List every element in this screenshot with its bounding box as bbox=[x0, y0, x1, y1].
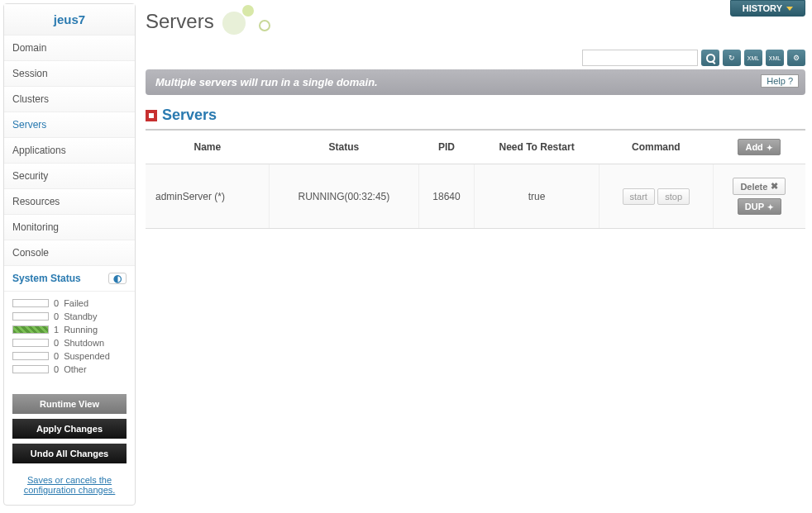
start-button[interactable]: start bbox=[623, 188, 655, 205]
status-standby: 0Standby bbox=[12, 310, 127, 323]
nav-item-domain[interactable]: Domain bbox=[4, 36, 135, 61]
download-icon: XML bbox=[769, 55, 781, 61]
plus-icon bbox=[767, 202, 774, 211]
col-pid: PID bbox=[418, 131, 475, 164]
status-suspended: 0Suspended bbox=[12, 349, 127, 363]
cell-restart: true bbox=[475, 164, 599, 229]
status-running: 1Running bbox=[12, 323, 127, 336]
nav-item-clusters[interactable]: Clusters bbox=[4, 87, 135, 112]
table-header-row: Name Status PID Need To Restart Command … bbox=[146, 131, 805, 164]
help-button[interactable]: Help ? bbox=[761, 74, 799, 88]
search-icon bbox=[706, 54, 715, 63]
system-status-label: System Status bbox=[12, 273, 81, 284]
runtime-view-button[interactable]: Runtime View bbox=[12, 394, 127, 414]
chevron-down-icon bbox=[786, 7, 793, 11]
status-list: 0Failed 0Standby 1Running 0Shutdown 0Sus… bbox=[4, 292, 135, 386]
system-status-header: System Status ◐ bbox=[4, 266, 135, 292]
table-row: adminServer (*) RUNNING(00:32:45) 18640 … bbox=[146, 164, 805, 229]
col-name: Name bbox=[146, 131, 270, 164]
sidebar-note-link[interactable]: Saves or cancels the configuration chang… bbox=[24, 475, 116, 495]
gauge-icon: ◐ bbox=[108, 273, 127, 284]
gear-icon: ⚙ bbox=[793, 54, 800, 62]
section-header: Servers bbox=[146, 107, 805, 131]
nav-item-servers[interactable]: Servers bbox=[4, 112, 135, 138]
status-failed: 0Failed bbox=[12, 297, 127, 310]
page-title: Servers bbox=[146, 10, 214, 33]
dup-button[interactable]: DUP bbox=[738, 198, 781, 215]
apply-changes-button[interactable]: Apply Changes bbox=[12, 419, 127, 439]
plus-icon bbox=[767, 142, 773, 152]
cell-command: start stop bbox=[599, 164, 713, 229]
info-bar-text: Multiple servers will run in a single do… bbox=[155, 76, 378, 88]
settings-button[interactable]: ⚙ bbox=[787, 50, 805, 66]
col-actions: Add bbox=[713, 131, 805, 164]
cell-name: adminServer (*) bbox=[146, 164, 270, 229]
status-other: 0Other bbox=[12, 363, 127, 376]
add-button[interactable]: Add bbox=[738, 139, 780, 155]
nav-item-monitoring[interactable]: Monitoring bbox=[4, 215, 135, 240]
export-xml-button[interactable]: XML bbox=[744, 50, 762, 66]
servers-table: Name Status PID Need To Restart Command … bbox=[146, 131, 805, 229]
section-icon bbox=[146, 110, 157, 121]
decorative-bubbles bbox=[222, 5, 289, 38]
undo-changes-button[interactable]: Undo All Changes bbox=[12, 444, 127, 463]
sidebar-buttons: Runtime View Apply Changes Undo All Chan… bbox=[4, 386, 135, 472]
refresh-icon: ↻ bbox=[728, 54, 735, 62]
nav-list: Domain Session Clusters Servers Applicat… bbox=[4, 36, 135, 266]
page-header: Servers bbox=[146, 0, 805, 46]
status-shutdown: 0Shutdown bbox=[12, 336, 127, 349]
sidebar: jeus7 Domain Session Clusters Servers Ap… bbox=[3, 3, 136, 506]
stop-button[interactable]: stop bbox=[657, 188, 690, 205]
nav-item-security[interactable]: Security bbox=[4, 164, 135, 189]
history-button[interactable]: HISTORY bbox=[730, 0, 805, 17]
section-title: Servers bbox=[162, 107, 217, 124]
trash-icon: ✖ bbox=[771, 181, 778, 192]
sidebar-title: jeus7 bbox=[4, 4, 135, 36]
search-button[interactable] bbox=[701, 50, 719, 66]
history-label: HISTORY bbox=[743, 3, 782, 13]
nav-item-console[interactable]: Console bbox=[4, 240, 135, 266]
delete-button[interactable]: Delete ✖ bbox=[733, 178, 786, 195]
upload-icon: XML bbox=[748, 55, 759, 61]
cell-status: RUNNING(00:32:45) bbox=[270, 164, 419, 229]
refresh-button[interactable]: ↻ bbox=[723, 50, 741, 66]
import-xml-button[interactable]: XML bbox=[766, 50, 784, 66]
nav-item-session[interactable]: Session bbox=[4, 61, 135, 87]
help-icon: ? bbox=[788, 76, 793, 86]
col-command: Command bbox=[599, 131, 713, 164]
cell-actions: Delete ✖ DUP bbox=[713, 164, 805, 229]
col-status: Status bbox=[270, 131, 419, 164]
info-bar: Multiple servers will run in a single do… bbox=[146, 69, 805, 95]
main-content: HISTORY Servers ↻ XML XML ⚙ Multiple ser… bbox=[139, 0, 812, 509]
nav-item-resources[interactable]: Resources bbox=[4, 189, 135, 215]
nav-item-applications[interactable]: Applications bbox=[4, 138, 135, 164]
sidebar-note: Saves or cancels the configuration chang… bbox=[4, 472, 135, 505]
cell-pid: 18640 bbox=[418, 164, 475, 229]
search-input[interactable] bbox=[582, 50, 698, 66]
toolbar: ↻ XML XML ⚙ bbox=[146, 46, 805, 69]
col-restart: Need To Restart bbox=[475, 131, 599, 164]
